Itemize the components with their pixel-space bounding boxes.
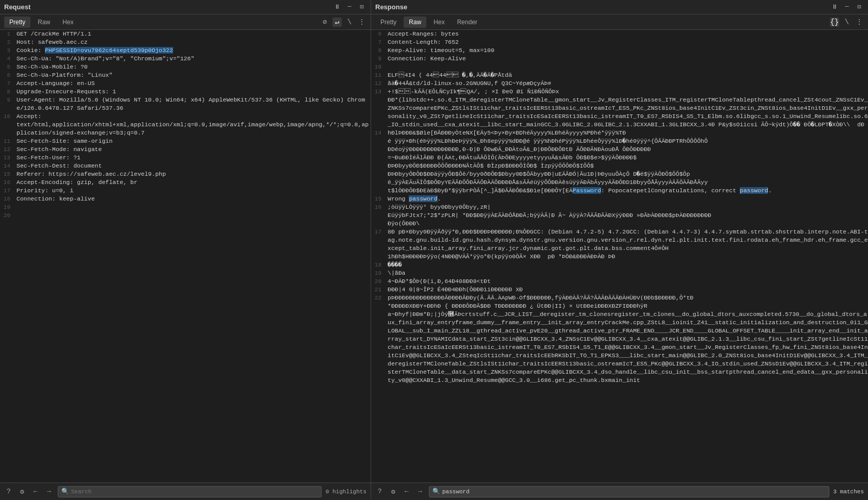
tab-pretty-response[interactable]: Pretty bbox=[375, 16, 402, 28]
arrow-right-btn-request[interactable]: → bbox=[44, 487, 54, 496]
table-row: 14 Sec-Fetch-Dest: document bbox=[0, 162, 371, 170]
request-search-input[interactable] bbox=[71, 489, 318, 495]
table-row: 8 Upgrade-Insecure-Requests: 1 bbox=[0, 88, 371, 96]
tab-render-response[interactable]: Render bbox=[452, 16, 482, 28]
response-panel: Response ⏸ — ⊡ Pretty Raw Hex Render {} … bbox=[371, 0, 868, 500]
table-row: 22 pÞÐÐÐÐÐÐÐÐÐÐÐÐÐÐÃÐÐÐÐÃÐÐy(Ã.ÃÃ.ÀApWÐ-… bbox=[371, 294, 868, 302]
response-search-input[interactable] bbox=[442, 489, 826, 495]
table-row: ÐDéoÿÿÐÐÐÐÐÐÐÐÐÐÐÐÐÐ,Ð-Ð|Ð ÔÐwÐÄ_ÐÐÀtoÃ&… bbox=[371, 145, 868, 154]
request-search-wrap: 🔍 bbox=[58, 486, 322, 497]
search-icon-right: 🔍 bbox=[432, 488, 440, 495]
request-title: Request bbox=[4, 3, 30, 11]
table-row: 17 Priority: u=0, i bbox=[0, 187, 371, 195]
table-row: 16 Accept-Encoding: gzip, deflate, br bbox=[0, 178, 371, 187]
pause-icon[interactable]: ⏸ bbox=[332, 2, 342, 11]
table-row: ë_ÿÿÀEÃuÃÌÔ$ÐÔÐyYEÄÃÐÔÔÐÃÄÔÐÀÄÔÐÐÐÐÅ&sÃÃ… bbox=[371, 178, 868, 187]
table-row: 1hÐh$HÐÐÐÐÞÿÿo(4NÐÐ@VÀÃ*ÿÿo*Ð(kpÿÿo0ÒÃ× … bbox=[371, 253, 868, 261]
more-icon-request[interactable]: ⋮ bbox=[357, 18, 366, 27]
table-row: a~Ðhyf|ÐÐm*Ð;|jÒý࿮ÃÞcrtstuff.c__JCR_LIST… bbox=[371, 310, 868, 385]
table-row: é ÿÿÿ×Ðh(éÞÿÿÿ%LÐhÐeÞÿÿÿ%_Ðh8epÿÿÿ%dÐÐ@é… bbox=[371, 137, 868, 145]
table-row: Ðÿo(ÔÐÐÐ\ bbox=[371, 220, 868, 228]
request-tab-bar: Pretty Raw Hex ⊘ ↵ \ ⋮ bbox=[0, 14, 371, 30]
request-tab-icons: ⊘ ↵ \ ⋮ bbox=[320, 18, 366, 27]
more-icon-response[interactable]: ⋮ bbox=[855, 18, 864, 27]
table-row: 16 ;òüÿÿLÒÿÿÿ° byy0Ðbyy0Ôbyy,zR| bbox=[371, 203, 868, 211]
request-bottom-bar: ? ⚙ ← → 🔍 0 highlights bbox=[0, 482, 371, 500]
request-panel-header: Request ⏸ — ⊡ bbox=[0, 0, 371, 14]
table-row: EüÿÿbFJtx7;*2$*zPLR| *ÐÐ$ÐÐÿÿÀEÃÀÐÔÅÐÐÃ;… bbox=[371, 211, 868, 220]
table-row: 13 +!$ -kÃÄ(EÔLÑCyIk¶QA/, ; ×I ÐeO Øi Ñ… bbox=[371, 88, 868, 96]
restore-icon-response[interactable]: ⊡ bbox=[855, 2, 864, 11]
tab-raw-response[interactable]: Raw bbox=[404, 16, 426, 28]
settings-icon-left[interactable]: ⚙ bbox=[18, 487, 27, 496]
table-row: 10 bbox=[371, 63, 868, 71]
help-icon-right[interactable]: ? bbox=[375, 487, 385, 496]
response-tab-bar: Pretty Raw Hex Render {} \ ⋮ bbox=[371, 14, 868, 30]
table-row: 20 bbox=[0, 211, 371, 220]
table-row: 9 Connection: Keep-Alive bbox=[371, 55, 868, 63]
help-icon-left[interactable]: ? bbox=[4, 487, 13, 496]
table-row: 9 User-Agent: Mozilla/5.0 (Windows NT 10… bbox=[0, 96, 371, 112]
table-row: 12 ãä�44Å&td/ld-linux-so.2GNUGNU,f Q3C~Y… bbox=[371, 79, 868, 88]
response-title: Response bbox=[375, 3, 407, 11]
pause-icon-response[interactable]: ⏸ bbox=[830, 2, 839, 11]
response-bottom-bar: ? ⚙ ← → 🔍 3 matches bbox=[371, 482, 868, 500]
arrow-left-btn-response[interactable]: ← bbox=[402, 487, 411, 496]
arrow-left-btn-request[interactable]: ← bbox=[31, 487, 40, 496]
request-highlight-count: 0 highlights bbox=[326, 489, 366, 495]
table-row: 11 Sec-Fetch-Site: same-origin bbox=[0, 137, 371, 145]
table-row: 7 Accept-Language: en-US bbox=[0, 79, 371, 88]
wrap-icon-response[interactable]: \ bbox=[842, 18, 852, 27]
table-row: ÐÐ*(libstdc++.so.6_ITM_deregisterTMClone… bbox=[371, 96, 868, 129]
table-row: t$lÒÐÐÔÐ$ÐEàÐ$ÐyÐ*$ÿÿbrPÒÃ[^_]Ã$ÐÃÃÐÔÐ&$… bbox=[371, 187, 868, 195]
table-row: 8 Keep-Alive: timeout=5, max=100 bbox=[371, 46, 868, 55]
table-row: ÐÞÐbyyÔÐÔÐ$ÐÐäÿÿyÔÐ$Ôë/byy0ðÐÔÐ$Ðbyy0Ð$Ô… bbox=[371, 170, 868, 178]
request-panel: Request ⏸ — ⊡ Pretty Raw Hex ⊘ ↵ \ ⋮ 1 G… bbox=[0, 0, 371, 500]
table-row: text/html,application/xhtml+xml,applicat… bbox=[0, 121, 371, 137]
table-row: ÐÞÐbyyÐÔÐ$ÐÐÐÐÔÔÔÐÐÐÐNÃtÀÔ$ ÐÌzpÐ$ÐÐÐÔÌÔ… bbox=[371, 162, 868, 170]
table-row: *ÐÐÐÐÐXÐÐY+ÐÐhÐ { ÐÐÐÐÔÐÐÃ$ÐÐ TÐÐÐÐÐÐÐÐ … bbox=[371, 302, 868, 310]
indent-icon-request[interactable]: \ bbox=[345, 18, 354, 27]
table-row: 17 8Ð pÐ×Ðbyy0ÐÿÿÃðÿÿ*Ð,ÐÐÐ$ÐÐÐÞÐÐÐÐÐÐ;Ð… bbox=[371, 228, 868, 253]
request-header-controls: ⏸ — ⊡ bbox=[332, 2, 366, 11]
table-row: 2 Host: safeweb.aec.cz bbox=[0, 38, 371, 46]
tab-raw-request[interactable]: Raw bbox=[32, 16, 55, 28]
response-content: 6 Accept-Ranges: bytes 7 Content-Length:… bbox=[371, 30, 868, 482]
table-row: 5 Sec-Ch-Ua-Mobile: ?0 bbox=[0, 63, 371, 71]
response-header-controls: ⏸ — ⊡ bbox=[830, 2, 864, 11]
table-row: 11 ELF4I4 ( 4444 �,�,ÄÄ�Ä�PÅtdä bbox=[371, 71, 868, 79]
tab-hex-request[interactable]: Hex bbox=[57, 16, 78, 28]
table-row: 15 Wrong password. bbox=[371, 195, 868, 203]
table-row: 20 4~ÐÄÐ*$ÔÞ(Ð(i,Ð,64Ð408ÐÐ8<tÐt bbox=[371, 277, 868, 286]
table-row: 12 Sec-Fetch-Mode: navigate bbox=[0, 145, 371, 154]
table-row: 6 Sec-Ch-Ua-Platform: "Linux" bbox=[0, 71, 371, 79]
response-search-wrap: 🔍 bbox=[429, 486, 829, 497]
table-row: 13 Sec-Fetch-User: ?1 bbox=[0, 154, 371, 162]
minimize-icon-response[interactable]: — bbox=[842, 2, 852, 11]
format-icon-response[interactable]: {} bbox=[830, 18, 839, 27]
table-row: 15 Referer: https://safeweb.aec.cz/level… bbox=[0, 170, 371, 178]
table-row: 14 hÐlÞÐÐÐ&$Øìe[ÐÃÐÐÐyÒteNX[EÄy5<Þy×Ðy×Ð… bbox=[371, 129, 868, 137]
table-row: 10 Accept: bbox=[0, 112, 371, 121]
restore-icon[interactable]: ⊡ bbox=[357, 2, 366, 11]
table-row: 1 GET /CrackMe HTTP/1.1 bbox=[0, 30, 371, 38]
tab-pretty-request[interactable]: Pretty bbox=[4, 16, 30, 28]
search-icon-left: 🔍 bbox=[61, 488, 69, 495]
minimize-icon[interactable]: — bbox=[345, 2, 354, 11]
wrap-icon-request[interactable]: ↵ bbox=[332, 18, 342, 27]
eye-off-icon[interactable]: ⊘ bbox=[320, 18, 329, 27]
request-content: 1 GET /CrackMe HTTP/1.1 2 Host: safeweb.… bbox=[0, 30, 371, 482]
tab-hex-response[interactable]: Hex bbox=[428, 16, 449, 28]
arrow-right-btn-response[interactable]: → bbox=[415, 487, 425, 496]
settings-icon-right[interactable]: ⚙ bbox=[389, 487, 398, 496]
table-row: 21 ÐÐÐ|4 0|8~ÎP2 É4ÐÐ4ÐÐh(ÔÐÐÐìiÐÐÐÐÐÐ X… bbox=[371, 286, 868, 294]
response-tab-icons: {} \ ⋮ bbox=[830, 18, 864, 27]
table-row: =~ÐuÐÐÌéÃlÃÐÐ Ð(ÃAt,ÐÐÂtuÃÃÔÌÔ(ÃÞÔÐEyyyy… bbox=[371, 154, 868, 162]
table-row: 18 Connection: keep-alive bbox=[0, 195, 371, 203]
table-row: 19 \|ãÐa bbox=[371, 269, 868, 277]
table-row: 6 Accept-Ranges: bytes bbox=[371, 30, 868, 38]
response-match-count: 3 matches bbox=[833, 489, 864, 495]
table-row: 18 ���� bbox=[371, 261, 868, 269]
table-row: 4 Sec-Ch-Ua: "Not/A)Brand";v="8", "Chrom… bbox=[0, 55, 371, 63]
response-panel-header: Response ⏸ — ⊡ bbox=[371, 0, 868, 14]
